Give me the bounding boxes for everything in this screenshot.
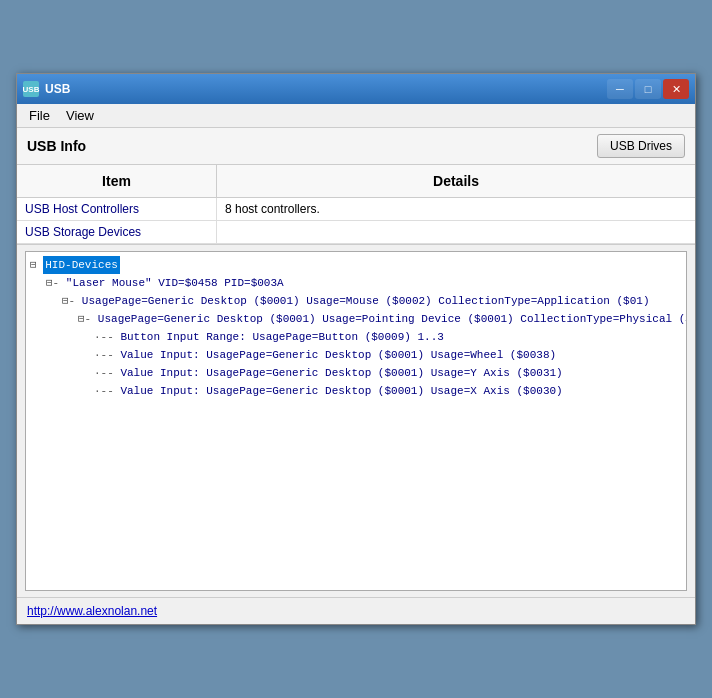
tree-item[interactable]: ⊟- "Laser Mouse" VID=$0458 PID=$003A bbox=[30, 274, 682, 292]
main-window: USB USB ─ □ ✕ File View USB Info USB Dri… bbox=[16, 73, 696, 625]
app-icon: USB bbox=[23, 81, 39, 97]
tree-item[interactable]: ·-- Value Input: UsagePage=Generic Deskt… bbox=[30, 364, 682, 382]
column-details: Details bbox=[217, 165, 695, 197]
tree-item[interactable]: ·-- Value Input: UsagePage=Generic Deskt… bbox=[30, 382, 682, 400]
tree-item[interactable]: ⊟- UsagePage=Generic Desktop ($0001) Usa… bbox=[30, 292, 682, 310]
menu-view[interactable]: View bbox=[58, 106, 102, 125]
row1-item: USB Host Controllers bbox=[17, 198, 217, 220]
usb-drives-button[interactable]: USB Drives bbox=[597, 134, 685, 158]
toolbar: USB Info USB Drives bbox=[17, 128, 695, 165]
window-title: USB bbox=[45, 82, 605, 96]
maximize-button[interactable]: □ bbox=[635, 79, 661, 99]
table-header: Item Details bbox=[17, 165, 695, 198]
main-table: Item Details USB Host Controllers 8 host… bbox=[17, 165, 695, 245]
status-bar[interactable]: http://www.alexnolan.net bbox=[17, 597, 695, 624]
table-row: USB Host Controllers 8 host controllers. bbox=[17, 198, 695, 221]
menu-bar: File View bbox=[17, 104, 695, 128]
tree-item[interactable]: ⊟ HID-Devices bbox=[30, 256, 682, 274]
title-bar: USB USB ─ □ ✕ bbox=[17, 74, 695, 104]
menu-file[interactable]: File bbox=[21, 106, 58, 125]
tree-item[interactable]: ⊟- UsagePage=Generic Desktop ($0001) Usa… bbox=[30, 310, 682, 328]
minimize-button[interactable]: ─ bbox=[607, 79, 633, 99]
tree-item[interactable]: ·-- Value Input: UsagePage=Generic Deskt… bbox=[30, 346, 682, 364]
tree-panel[interactable]: ⊟ HID-Devices⊟- "Laser Mouse" VID=$0458 … bbox=[25, 251, 687, 591]
close-button[interactable]: ✕ bbox=[663, 79, 689, 99]
row2-item: USB Storage Devices bbox=[17, 221, 217, 243]
row2-details bbox=[217, 221, 695, 243]
column-item: Item bbox=[17, 165, 217, 197]
row1-details: 8 host controllers. bbox=[217, 198, 695, 220]
tree-item[interactable]: ·-- Button Input Range: UsagePage=Button… bbox=[30, 328, 682, 346]
table-row: USB Storage Devices bbox=[17, 221, 695, 244]
toolbar-title: USB Info bbox=[27, 138, 86, 154]
website-link[interactable]: http://www.alexnolan.net bbox=[27, 604, 157, 618]
